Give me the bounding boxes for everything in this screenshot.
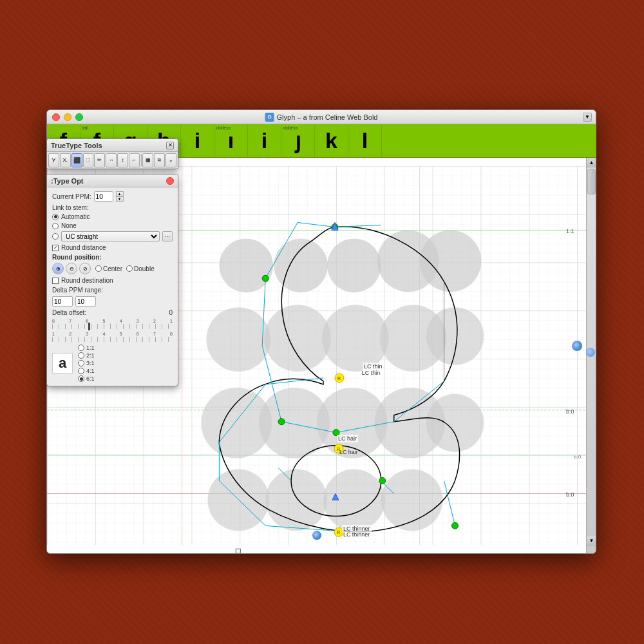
lc-thinner-label: LC thinner bbox=[342, 525, 372, 533]
tool-select[interactable]: ⬛ bbox=[71, 153, 82, 167]
delta-ppm-label: Delta PPM range: bbox=[52, 287, 103, 294]
svg-point-47 bbox=[278, 419, 285, 425]
svg-text:1:1: 1:1 bbox=[566, 228, 574, 234]
uc-straight-radio[interactable] bbox=[52, 233, 59, 240]
center-radio[interactable] bbox=[95, 265, 102, 272]
tool-y[interactable]: Y bbox=[48, 153, 59, 167]
round-distance-checkbox[interactable] bbox=[52, 245, 59, 251]
glyph-tab-l[interactable]: l bbox=[348, 124, 382, 158]
delta-slider-left: 876 543 21 bbox=[52, 319, 173, 329]
tt-tools-close-button[interactable]: ✕ bbox=[166, 142, 174, 149]
ratio-3-1-radio[interactable] bbox=[78, 360, 84, 366]
title-icon: G bbox=[265, 113, 274, 122]
glyph-tab-i1[interactable]: i bbox=[181, 124, 214, 158]
svg-point-23 bbox=[207, 469, 269, 531]
close-button[interactable] bbox=[52, 113, 60, 121]
preview-glyph: a bbox=[52, 353, 73, 374]
ppm-spin-up[interactable]: ▲ bbox=[116, 191, 124, 196]
delta-slider-labels-left: 876 543 21 bbox=[52, 319, 173, 323]
type-opt-body: Current PPM: ▲ ▼ Link to stem: Automatic… bbox=[47, 187, 178, 386]
delta-offset-label: Delta offset: bbox=[52, 309, 86, 316]
round-pos-left-btn[interactable]: ⊖ bbox=[66, 263, 77, 274]
round-distance-label: Round distance bbox=[61, 244, 106, 251]
round-distance-row: Round distance bbox=[52, 244, 173, 251]
minimize-button[interactable] bbox=[64, 113, 71, 121]
scroll-ball-right bbox=[586, 348, 595, 357]
tool-expand[interactable]: ⌄ bbox=[166, 153, 176, 167]
svg-point-49 bbox=[451, 522, 458, 529]
scroll-indicator[interactable]: ▼ bbox=[583, 113, 592, 122]
round-pos-center-btn[interactable]: ⊕ bbox=[52, 263, 64, 274]
scrollbar-right[interactable]: ▲ ▼ bbox=[586, 158, 596, 553]
round-position-label: Round position: bbox=[52, 254, 173, 261]
center-label: Center bbox=[103, 265, 122, 272]
tool-arrow2[interactable]: ↕ bbox=[117, 153, 128, 167]
more-options-button[interactable]: ··· bbox=[162, 231, 173, 242]
round-destination-row: Round destination bbox=[52, 277, 173, 284]
type-opt-panel: :Type Opt Current PPM: ▲ ▼ Link to stem:… bbox=[46, 174, 178, 386]
tool-x[interactable]: X, bbox=[60, 153, 71, 167]
tool-bezier[interactable]: ⬚ bbox=[83, 153, 94, 167]
ratio-4-1-radio[interactable] bbox=[78, 368, 84, 374]
glyph-tab-k[interactable]: k bbox=[315, 124, 348, 158]
svg-text:R: R bbox=[337, 376, 341, 381]
round-destination-checkbox[interactable] bbox=[52, 278, 59, 284]
automatic-radio[interactable] bbox=[52, 214, 59, 220]
uc-straight-select[interactable]: UC straight bbox=[61, 231, 160, 242]
ppm-spin-down[interactable]: ▼ bbox=[116, 196, 124, 202]
svg-point-10 bbox=[327, 238, 381, 292]
ratio-2-1-radio[interactable] bbox=[78, 352, 84, 359]
glyph-tab-dotless-i[interactable]: dotlessı bbox=[214, 124, 248, 158]
link-to-stem-label: Link to stem: bbox=[52, 204, 173, 211]
maximize-button[interactable] bbox=[75, 113, 83, 121]
ratio-6-1: 6:1 bbox=[78, 375, 95, 382]
type-opt-close-button[interactable] bbox=[166, 177, 174, 185]
tt-tools-toolbar: Y X, ⬛ ⬚ ✏ ↔ ↕ ⌐ ▦ ≋ ⌄ bbox=[47, 152, 178, 169]
delta-slider-labels-right: 123 456 78 bbox=[52, 332, 173, 336]
delta-slider-track-left[interactable] bbox=[52, 324, 173, 329]
ratio-3-1: 3:1 bbox=[78, 360, 95, 366]
svg-point-17 bbox=[426, 307, 484, 365]
ppm-spinner[interactable]: ▲ ▼ bbox=[116, 191, 124, 202]
double-label: Double bbox=[134, 265, 155, 272]
round-destination-label: Round destination bbox=[61, 277, 113, 284]
tool-grid[interactable]: ▦ bbox=[142, 153, 153, 167]
bottom-bar: 🔒 i Zoom ▼ ◀ ▶ ▲ bbox=[47, 553, 596, 554]
delta-ppm-range-row: Delta PPM range: bbox=[52, 287, 173, 294]
ratio-4-1: 4:1 bbox=[78, 368, 95, 374]
scroll-thumb-right[interactable] bbox=[587, 169, 596, 194]
none-radio[interactable] bbox=[52, 223, 59, 229]
svg-text:LC thin: LC thin bbox=[362, 370, 380, 376]
tt-tools-title-bar: TrueType Tools ✕ bbox=[47, 139, 178, 152]
svg-text:R: R bbox=[337, 530, 340, 535]
svg-point-9 bbox=[274, 238, 328, 292]
tool-arrow1[interactable]: ↔ bbox=[106, 153, 117, 167]
glyph-tab-i2[interactable]: i bbox=[248, 124, 281, 158]
current-ppm-input[interactable] bbox=[94, 191, 113, 202]
scroll-down-button[interactable]: ▼ bbox=[587, 536, 596, 545]
round-pos-right-btn[interactable]: ⊘ bbox=[79, 263, 91, 274]
scroll-up-button[interactable]: ▲ bbox=[587, 158, 596, 167]
svg-text:b:0: b:0 bbox=[574, 454, 582, 460]
tool-pen[interactable]: ✏ bbox=[94, 153, 105, 167]
delta-ppm-to-input[interactable] bbox=[75, 296, 96, 307]
lc-thin-label: LC thin bbox=[363, 363, 384, 370]
tt-tools-panel: TrueType Tools ✕ Y X, ⬛ ⬚ ✏ ↔ ↕ ⌐ ▦ ≋ ⌄ bbox=[46, 138, 178, 169]
ratio-1-1-radio[interactable] bbox=[78, 345, 84, 351]
delta-slider-track-right[interactable] bbox=[52, 337, 173, 342]
svg-point-22 bbox=[426, 394, 484, 452]
tool-corner[interactable]: ⌐ bbox=[129, 153, 140, 167]
svg-point-50 bbox=[379, 478, 386, 484]
svg-point-46 bbox=[262, 275, 269, 281]
ratio-6-1-radio[interactable] bbox=[78, 375, 84, 382]
double-radio[interactable] bbox=[126, 265, 133, 272]
svg-point-13 bbox=[206, 307, 270, 372]
svg-point-72 bbox=[312, 531, 321, 540]
window-title: G Glyph – a from Celine Web Bold bbox=[265, 113, 378, 122]
svg-rect-61 bbox=[236, 549, 240, 553]
window-controls bbox=[52, 113, 83, 121]
tool-wave[interactable]: ≋ bbox=[154, 153, 165, 167]
glyph-tab-dotless-j[interactable]: dotlessȷ bbox=[281, 124, 315, 158]
svg-point-70 bbox=[572, 341, 582, 351]
delta-ppm-from-input[interactable] bbox=[52, 296, 73, 307]
